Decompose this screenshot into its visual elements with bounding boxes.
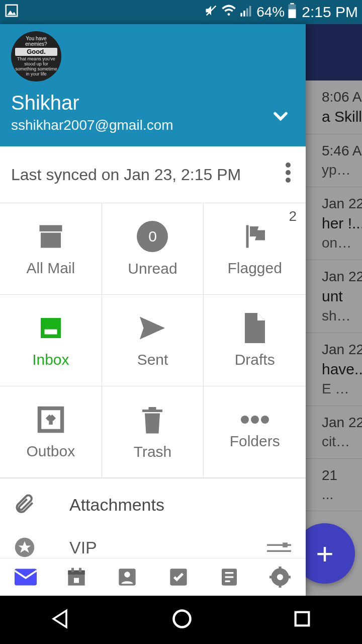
avatar-text-top: You have enemies? (15, 36, 57, 47)
signal-icon (239, 4, 253, 21)
folder-label: Drafts (235, 351, 275, 368)
folder-trash[interactable]: Trash (102, 386, 204, 478)
row-label: VIP (69, 538, 97, 557)
wifi-icon (221, 3, 236, 22)
svg-point-11 (286, 170, 291, 175)
send-icon (137, 313, 167, 343)
star-circle-icon (14, 537, 54, 558)
svg-rect-6 (249, 6, 251, 16)
battery-pct: 64% (256, 4, 285, 20)
android-navbar (0, 596, 362, 644)
chevron-down-icon[interactable] (269, 105, 292, 129)
svg-rect-3 (241, 13, 243, 16)
nav-recent[interactable] (292, 609, 312, 631)
status-right: 64% 2:15 PM (204, 3, 358, 22)
svg-point-16 (261, 416, 269, 424)
folder-flagged[interactable]: 2 Flagged (204, 203, 306, 295)
picture-icon (4, 3, 19, 22)
flagged-count: 2 (289, 208, 297, 224)
outbox-icon (36, 405, 66, 435)
svg-rect-32 (225, 576, 234, 578)
svg-rect-9 (291, 3, 295, 5)
svg-rect-19 (283, 542, 288, 547)
folder-label: Unread (128, 260, 177, 277)
tab-notes[interactable] (217, 565, 241, 589)
avatar-text-mid: Good. (15, 48, 57, 56)
account-email: sshikhar2007@gmail.com (11, 117, 295, 133)
svg-rect-25 (79, 568, 81, 572)
unread-count: 0 (148, 228, 157, 245)
svg-rect-26 (74, 578, 79, 583)
folder-outbox[interactable]: Outbox (0, 386, 102, 478)
svg-rect-24 (71, 568, 74, 572)
folder-label: Flagged (227, 260, 282, 277)
status-time: 2:15 PM (302, 4, 358, 21)
trash-icon (140, 404, 165, 435)
more-vert-icon[interactable] (282, 158, 295, 191)
svg-point-14 (241, 416, 249, 424)
slider-icon[interactable] (266, 538, 292, 557)
drawer-bottom-tabs (0, 558, 306, 596)
screen: 64% 2:15 PM 8:06 AM a Skill 5:46 AM ypla… (0, 0, 362, 644)
account-name: Shikhar (11, 92, 295, 114)
tab-settings[interactable] (268, 565, 292, 589)
battery-icon (288, 3, 297, 22)
sync-text: Last synced on Jan 23, 2:15 PM (11, 166, 241, 184)
svg-point-28 (124, 572, 130, 578)
folder-label: Outbox (26, 443, 75, 460)
folder-label: Inbox (32, 351, 69, 368)
svg-rect-41 (296, 612, 309, 626)
svg-point-35 (277, 574, 283, 580)
avatar[interactable]: You have enemies? Good. That means you'v… (11, 31, 61, 82)
svg-rect-4 (243, 11, 245, 17)
folder-label: Sent (137, 351, 168, 368)
inbox-icon (36, 313, 66, 343)
svg-rect-8 (289, 9, 296, 18)
tab-tasks[interactable] (166, 565, 191, 589)
avatar-text-bot: That means you've stood up for something… (15, 57, 57, 77)
folder-label: Trash (134, 443, 172, 460)
svg-rect-5 (246, 8, 248, 16)
folder-unread[interactable]: 0 Unread (102, 203, 204, 295)
nav-back[interactable] (50, 608, 72, 632)
attachment-icon (14, 494, 54, 516)
tab-contacts[interactable] (115, 565, 139, 589)
folder-folders[interactable]: Folders (204, 386, 306, 478)
folder-label: Folders (230, 433, 280, 450)
plus-icon: + (316, 536, 333, 571)
status-left (4, 3, 19, 22)
svg-rect-31 (225, 572, 234, 574)
folder-inbox[interactable]: Inbox (0, 295, 102, 386)
navigation-drawer: You have enemies? Good. That means you'v… (0, 24, 306, 596)
row-label: Attachments (69, 495, 164, 515)
folder-drafts[interactable]: Drafts (204, 295, 306, 386)
folder-sent[interactable]: Sent (102, 295, 204, 386)
folder-label: All Mail (26, 260, 75, 277)
svg-rect-23 (68, 571, 84, 575)
mute-icon (204, 4, 218, 21)
more-horiz-icon (240, 415, 270, 425)
row-attachments[interactable]: Attachments (0, 478, 306, 531)
status-bar: 64% 2:15 PM (0, 0, 362, 24)
svg-point-15 (251, 416, 259, 424)
folder-grid: All Mail 0 Unread 2 Flagged Inbox (0, 203, 306, 478)
folder-all-mail[interactable]: All Mail (0, 203, 102, 295)
nav-home[interactable] (171, 608, 193, 632)
svg-point-10 (286, 163, 291, 168)
tab-calendar[interactable] (64, 565, 88, 589)
svg-point-12 (286, 178, 291, 183)
unread-count-badge: 0 (137, 221, 168, 252)
svg-rect-33 (225, 581, 230, 582)
drawer-header[interactable]: You have enemies? Good. That means you'v… (0, 24, 306, 146)
archive-icon (36, 221, 66, 252)
draft-icon (242, 313, 267, 343)
sync-row: Last synced on Jan 23, 2:15 PM (0, 146, 306, 203)
svg-marker-1 (7, 11, 16, 15)
flag-icon (240, 221, 270, 252)
tab-mail[interactable] (14, 565, 38, 589)
svg-point-40 (173, 611, 190, 627)
row-vip[interactable]: VIP (0, 531, 306, 558)
